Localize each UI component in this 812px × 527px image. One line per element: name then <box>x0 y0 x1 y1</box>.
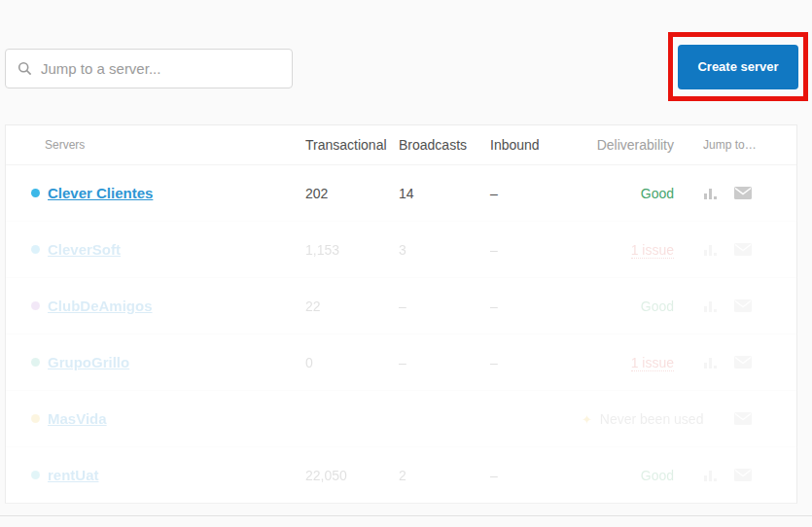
stats-icon[interactable] <box>703 356 719 369</box>
stats-icon[interactable] <box>703 187 719 200</box>
table-header-row: Servers Transactional Broadcasts Inbound… <box>6 125 796 164</box>
server-search <box>5 49 293 88</box>
stats-icon[interactable] <box>703 299 719 313</box>
server-status-dot <box>31 471 40 479</box>
servers-table: Servers Transactional Broadcasts Inbound… <box>5 124 797 504</box>
inbound-count: – <box>490 186 582 201</box>
table-row: MasVida ✦ Never been used <box>6 390 796 446</box>
server-status-dot <box>31 414 40 423</box>
inbound-count: – <box>490 468 582 483</box>
page-bottom-divider <box>0 515 812 516</box>
column-header-inbound: Inbound <box>490 137 582 153</box>
transactional-count: 202 <box>305 186 399 201</box>
create-server-button[interactable]: Create server <box>678 45 798 89</box>
deliverability-status: Good <box>641 299 674 314</box>
table-row: Clever Clientes 202 14 – ✦ Good <box>6 164 796 221</box>
stats-icon[interactable] <box>703 243 719 257</box>
server-name-link[interactable]: CleverSoft <box>48 241 121 258</box>
table-row: ClubDeAmigos 22 – – ✦ Good <box>6 277 796 334</box>
broadcasts-count: 14 <box>399 186 490 201</box>
broadcasts-count: – <box>399 299 490 314</box>
deliverability-status: 1 issue <box>631 242 674 259</box>
annotation-highlight: Create server <box>668 32 808 101</box>
column-header-transactional: Transactional <box>305 137 399 153</box>
email-icon[interactable] <box>734 243 752 256</box>
search-icon <box>18 61 32 76</box>
deliverability-status: Good <box>641 186 674 201</box>
column-header-servers: Servers <box>6 138 305 152</box>
table-row: CleverSoft 1,153 3 – ✦ 1 issue <box>6 221 796 277</box>
inbound-count: – <box>490 355 582 370</box>
table-row: GrupoGrillo 0 – – ✦ 1 issue <box>6 334 796 390</box>
transactional-count: 22 <box>305 299 399 314</box>
email-icon[interactable] <box>734 187 752 199</box>
table-row: rentUat 22,050 2 – ✦ Good <box>6 446 796 503</box>
broadcasts-count: 3 <box>399 242 490 258</box>
server-name-link[interactable]: Clever Clientes <box>48 185 153 201</box>
server-status-dot <box>31 301 40 310</box>
email-icon[interactable] <box>734 469 752 481</box>
column-header-jump-to: Jump to… <box>674 138 798 152</box>
server-name-link[interactable]: GrupoGrillo <box>48 354 129 370</box>
transactional-count: 22,050 <box>305 468 399 483</box>
deliverability-status: 1 issue <box>631 355 674 371</box>
email-icon[interactable] <box>734 356 752 369</box>
email-icon[interactable] <box>734 299 752 312</box>
transactional-count: 0 <box>305 355 399 370</box>
inbound-count: – <box>490 242 582 258</box>
broadcasts-count: 2 <box>399 468 490 483</box>
broadcasts-count: – <box>399 355 490 370</box>
sparkle-icon: ✦ <box>582 412 592 427</box>
deliverability-status: Good <box>641 468 674 483</box>
stats-icon[interactable] <box>703 469 719 482</box>
inbound-count: – <box>490 299 582 314</box>
server-status-dot <box>31 358 40 367</box>
search-input[interactable] <box>41 60 280 77</box>
transactional-count: 1,153 <box>305 242 399 258</box>
column-header-deliverability: Deliverability <box>582 137 674 153</box>
email-icon[interactable] <box>734 412 752 425</box>
server-status-dot <box>31 245 40 254</box>
server-name-link[interactable]: rentUat <box>48 467 99 483</box>
server-status-dot <box>31 189 40 197</box>
server-name-link[interactable]: ClubDeAmigos <box>48 298 153 314</box>
server-name-link[interactable]: MasVida <box>48 410 107 427</box>
column-header-broadcasts: Broadcasts <box>399 137 490 153</box>
